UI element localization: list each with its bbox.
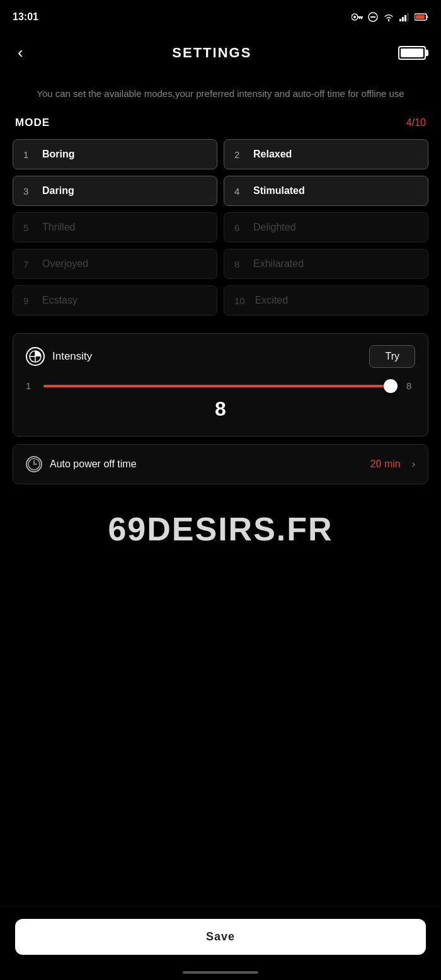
mode-number-5: 5 (23, 222, 32, 233)
save-container: Save (0, 906, 441, 980)
auto-off-value: 20 min (370, 459, 401, 470)
clock-icon (26, 456, 42, 472)
back-button[interactable]: ‹ (15, 40, 26, 65)
svg-rect-7 (399, 19, 401, 21)
mode-number-3: 3 (23, 186, 32, 197)
intensity-label: Intensity (52, 350, 92, 363)
svg-rect-3 (361, 18, 362, 19)
auto-off-card[interactable]: Auto power off time 20 min › (13, 444, 428, 484)
mode-name-2: Relaxed (253, 149, 292, 160)
mode-name-4: Stimulated (253, 185, 305, 197)
wifi-icon (383, 13, 394, 21)
mode-number-1: 1 (23, 149, 32, 160)
mode-label: MODE (15, 117, 50, 129)
status-icons (352, 12, 428, 22)
mode-item-6[interactable]: 6 Delighted (224, 212, 428, 242)
battery-fill (401, 48, 423, 57)
intensity-value: 8 (26, 397, 415, 421)
mode-number-8: 8 (234, 259, 243, 270)
svg-point-1 (353, 16, 356, 18)
intensity-label-row: Intensity (26, 347, 92, 366)
mode-item-4[interactable]: 4 Stimulated (224, 176, 428, 206)
watermark: 69DESIRS.FR (108, 510, 333, 548)
mode-name-3: Daring (42, 185, 74, 197)
mode-item-9[interactable]: 9 Ecstasy (13, 285, 217, 316)
mode-name-8: Exhilarated (253, 258, 304, 270)
page-title: SETTINGS (172, 45, 251, 61)
svg-rect-9 (404, 15, 406, 21)
slider-fill (43, 385, 398, 387)
svg-rect-10 (407, 13, 409, 21)
intensity-icon (26, 347, 45, 366)
status-time: 13:01 (13, 11, 38, 23)
slider-min: 1 (26, 380, 35, 391)
mode-number-6: 6 (234, 222, 243, 233)
mode-count: 4/10 (406, 117, 426, 128)
svg-rect-4 (359, 18, 360, 19)
mode-total: 10 (415, 117, 426, 128)
mode-number-7: 7 (23, 259, 32, 270)
slider-track[interactable] (43, 385, 398, 387)
mode-item-7[interactable]: 7 Overjoyed (13, 249, 217, 279)
svg-rect-6 (370, 16, 375, 18)
slider-max: 8 (406, 380, 415, 391)
svg-rect-8 (402, 17, 404, 21)
mode-number-2: 2 (234, 149, 243, 160)
auto-off-label: Auto power off time (50, 459, 363, 470)
mode-item-3[interactable]: 3 Daring (13, 176, 217, 206)
intensity-card: Intensity Try 1 8 8 (13, 333, 428, 436)
mode-grid: 1 Boring 2 Relaxed 3 Daring 4 Stimulated… (0, 139, 441, 328)
battery-icon (398, 46, 426, 60)
signal-icon (399, 13, 410, 21)
mode-section-header: MODE 4/10 (0, 117, 441, 139)
svg-rect-2 (357, 16, 363, 18)
dnd-icon (368, 12, 378, 22)
try-button[interactable]: Try (369, 345, 415, 368)
intensity-header: Intensity Try (26, 345, 415, 368)
slider-thumb[interactable] (384, 379, 398, 393)
subtitle-text: You can set the available modes,your pre… (0, 80, 441, 117)
mode-name-10: Excited (255, 295, 288, 306)
mode-item-10[interactable]: 10 Excited (224, 285, 428, 316)
mode-name-7: Overjoyed (42, 258, 88, 270)
slider-row: 1 8 (26, 380, 415, 391)
status-bar: 13:01 (0, 0, 441, 31)
header: ‹ SETTINGS (0, 31, 441, 74)
svg-rect-13 (416, 15, 425, 19)
mode-number-4: 4 (234, 186, 243, 197)
mode-name-9: Ecstasy (42, 295, 77, 306)
mode-item-8[interactable]: 8 Exhilarated (224, 249, 428, 279)
mode-name-1: Boring (42, 149, 75, 160)
mode-number-9: 9 (23, 295, 32, 306)
mode-selected: 4 (406, 117, 412, 128)
mode-name-5: Thrilled (42, 222, 75, 233)
mode-number-10: 10 (234, 295, 245, 306)
mode-item-5[interactable]: 5 Thrilled (13, 212, 217, 242)
key-icon (352, 13, 363, 21)
chevron-right-icon: › (412, 459, 415, 470)
svg-rect-12 (427, 16, 428, 18)
save-button[interactable]: Save (15, 919, 426, 955)
mode-item-2[interactable]: 2 Relaxed (224, 139, 428, 169)
mode-name-6: Delighted (253, 222, 296, 233)
home-indicator (183, 971, 258, 974)
mode-item-1[interactable]: 1 Boring (13, 139, 217, 169)
battery-status-icon (415, 13, 428, 21)
